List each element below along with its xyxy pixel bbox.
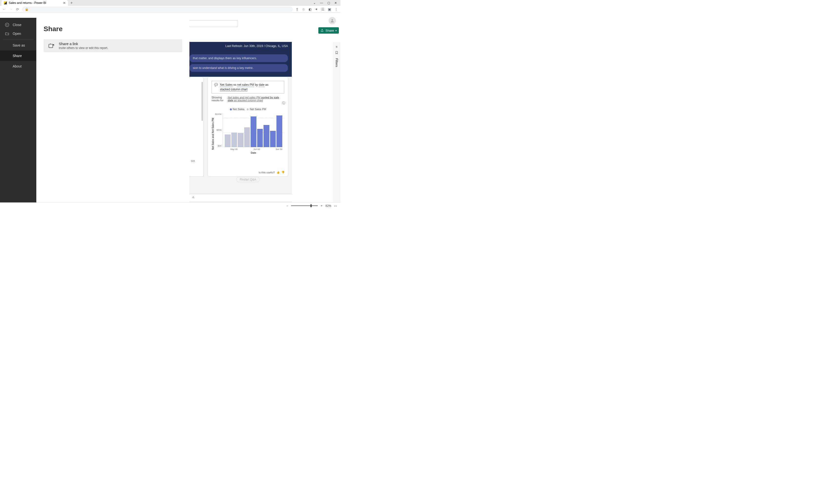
- folder-icon: [5, 31, 9, 36]
- thumbs-down-icon[interactable]: 👎: [281, 171, 285, 174]
- url-field[interactable]: 🔒: [22, 7, 293, 12]
- browser-tab-strip: Sales and returns - Power BI ✕ + ⌄ — ▢ ✕: [0, 0, 340, 6]
- avatar[interactable]: [329, 17, 336, 24]
- window-controls: ⌄ — ▢ ✕: [310, 1, 340, 5]
- file-menu-close[interactable]: Close: [0, 18, 36, 28]
- share-arrow-icon: [321, 29, 324, 32]
- window-close-button[interactable]: ✕: [335, 1, 337, 5]
- last-refresh-text: Last Refresh: Jun 30th, 2019 / Chicago, …: [226, 44, 288, 48]
- filters-pane-collapsed[interactable]: « Filters: [333, 42, 340, 209]
- showing-text: Net sales and net sales PM sorted by sal…: [228, 96, 284, 102]
- chart-bar[interactable]: [238, 133, 244, 147]
- share-link-icon: [48, 43, 54, 49]
- share-link-card[interactable]: Share a link Invite others to view or ed…: [44, 39, 182, 52]
- maximize-button[interactable]: ▢: [327, 1, 330, 5]
- zoom-slider[interactable]: [291, 205, 318, 206]
- share-button-label: Share: [326, 29, 334, 32]
- tab-close-button[interactable]: ✕: [63, 1, 66, 5]
- lock-icon: 🔒: [25, 8, 28, 11]
- minimize-button[interactable]: —: [320, 1, 323, 5]
- back-button[interactable]: ←: [2, 7, 6, 11]
- info-banner[interactable]: that matter, and displays them as key in…: [189, 54, 288, 62]
- app-root: Share ▾ Last Refresh: Jun 30th, 2019 / C…: [0, 13, 340, 209]
- share-pane: Share Share a link Invite others to view…: [36, 18, 189, 209]
- bookmark-outline-icon[interactable]: [335, 51, 338, 54]
- new-tab-button[interactable]: +: [68, 0, 75, 6]
- qna-showing: Showing results for Net sales and net sa…: [212, 96, 284, 102]
- svg-point-1: [5, 23, 9, 27]
- qna-card: 💬 Net Sales vs net sales PM by date as s…: [208, 77, 288, 177]
- chart-area: Net Sales and Net Sales PM $100K $50K $0…: [212, 113, 284, 154]
- back-circle-icon: [5, 23, 9, 27]
- banner-area: that matter, and displays them as key in…: [189, 50, 292, 77]
- chevron-down-icon: ▾: [335, 29, 337, 32]
- chat-icon: 💬: [214, 83, 218, 86]
- chart-bar[interactable]: [244, 127, 250, 147]
- y-axis-ticks: $100K $50K $0K: [214, 113, 223, 147]
- browser-tab[interactable]: Sales and returns - Power BI ✕: [1, 0, 68, 6]
- forward-button[interactable]: →: [9, 7, 13, 11]
- address-bar: ← → ⟳ 🔒 ⇪ ☆ ◐ ✦ ☰ ▣ ⋮: [0, 6, 340, 13]
- sidepanel-icon[interactable]: ▣: [328, 7, 331, 11]
- info-banner[interactable]: sion to understand what is driving a key…: [189, 64, 288, 72]
- showing-label: Showing results for: [212, 96, 225, 102]
- powerbi-favicon-icon: [4, 1, 7, 4]
- zoom-in-button[interactable]: +: [321, 204, 323, 208]
- share-button[interactable]: Share ▾: [318, 27, 339, 34]
- report-header: Last Refresh: Jun 30th, 2019 / Chicago, …: [189, 42, 292, 50]
- file-menu-share[interactable]: Share: [0, 50, 36, 61]
- chart-bar[interactable]: [270, 131, 276, 147]
- extension-icon[interactable]: ◐: [309, 7, 312, 11]
- info-icon[interactable]: ⓘ: [282, 101, 285, 105]
- legend-dot-icon: [230, 108, 232, 110]
- restart-qna-button[interactable]: Restart Q&A: [236, 177, 260, 182]
- report-footer-stub: d.: [189, 194, 292, 201]
- chart-bar[interactable]: [225, 134, 231, 147]
- chart-bar[interactable]: [264, 125, 269, 147]
- share-card-title: Share a link: [59, 42, 108, 46]
- plot-area: [223, 113, 284, 147]
- qna-query-box[interactable]: 💬 Net Sales vs net sales PM by date as s…: [212, 81, 284, 94]
- chart-bar[interactable]: [251, 116, 257, 147]
- share-url-icon[interactable]: ⇪: [296, 7, 299, 11]
- slider-thumb[interactable]: [310, 204, 312, 207]
- y-axis-label: Net Sales and Net Sales PM: [212, 113, 214, 154]
- chart-bar[interactable]: [231, 133, 237, 147]
- reading-list-icon[interactable]: ☰: [321, 7, 325, 11]
- bookmark-icon[interactable]: ☆: [302, 7, 305, 11]
- zoom-out-button[interactable]: −: [287, 204, 288, 208]
- x-axis-label: Date: [223, 152, 284, 154]
- svg-rect-2: [49, 44, 53, 48]
- file-menu-save-as[interactable]: Save as: [0, 40, 36, 50]
- file-menu-panel: Close Open Save as Share About: [0, 18, 36, 209]
- axis-tick-stub: 50K: [189, 160, 203, 162]
- file-menu-about[interactable]: About: [0, 61, 36, 71]
- kebab-menu-button[interactable]: ⋮: [335, 7, 338, 11]
- filters-label: Filters: [335, 58, 338, 67]
- share-card-subtitle: Invite others to view or edit this repor…: [59, 46, 108, 50]
- chevron-left-icon[interactable]: «: [336, 45, 338, 48]
- chart-legend: Net Sales Net Sales PM: [212, 108, 284, 111]
- chart-bar[interactable]: [277, 115, 282, 147]
- partial-card-left: 50K: [189, 77, 203, 177]
- chevron-down-icon[interactable]: ⌄: [313, 1, 316, 5]
- report-canvas: Last Refresh: Jun 30th, 2019 / Chicago, …: [189, 42, 292, 209]
- zoom-level: 82%: [326, 204, 331, 208]
- qna-query-text: Net Sales vs net sales PM by date as sta…: [220, 83, 269, 92]
- svg-point-0: [332, 19, 333, 21]
- status-bar: − + 82% ▭: [0, 202, 340, 209]
- share-pane-title: Share: [44, 25, 182, 33]
- legend-dot-icon: [247, 108, 249, 110]
- useful-prompt: Is this useful? 👍 👎: [259, 171, 285, 174]
- puzzle-icon[interactable]: ✦: [315, 7, 318, 11]
- scrollbar-thumb[interactable]: [201, 82, 203, 121]
- x-axis-ticks: May 05 Jun 02 Jun 30: [223, 147, 284, 151]
- user-icon: [330, 19, 335, 23]
- tab-title: Sales and returns - Power BI: [9, 1, 46, 5]
- file-menu-open[interactable]: Open: [0, 28, 36, 39]
- reload-button[interactable]: ⟳: [16, 7, 19, 11]
- fit-to-page-icon[interactable]: ▭: [334, 204, 337, 208]
- chart-bar[interactable]: [257, 129, 263, 147]
- thumbs-up-icon[interactable]: 👍: [277, 171, 280, 174]
